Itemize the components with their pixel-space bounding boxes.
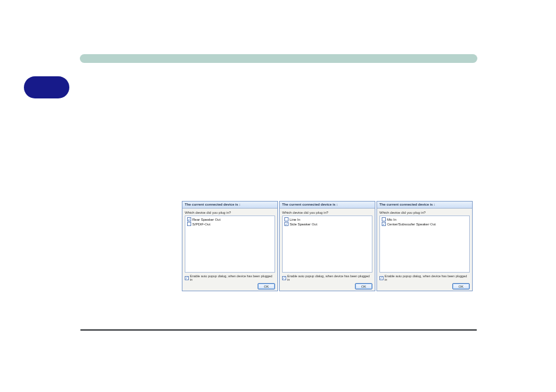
dialog-row: The current connected device is : Which … xyxy=(182,201,473,291)
list-item-label: Center/Subwoofer Speaker Out xyxy=(387,223,436,226)
device-dialog: The current connected device is : Which … xyxy=(279,201,375,291)
dialog-title: The current connected device is : xyxy=(182,202,277,209)
button-row: OK xyxy=(379,283,470,289)
list-item[interactable]: Mic In xyxy=(382,217,467,221)
checkbox-icon[interactable] xyxy=(187,217,191,221)
dialog-body: Which device did you plug in? Line In Si… xyxy=(280,209,375,291)
device-dialog: The current connected device is : Which … xyxy=(182,201,278,291)
checkbox-icon[interactable] xyxy=(379,276,383,280)
checkbox-icon[interactable] xyxy=(284,222,288,226)
dialog-question: Which device did you plug in? xyxy=(282,211,372,214)
enable-popup-checkbox[interactable]: Enable auto popup dialog, when device ha… xyxy=(379,274,470,281)
dialog-body: Which device did you plug in? Rear Speak… xyxy=(182,209,277,291)
enable-popup-label: Enable auto popup dialog, when device ha… xyxy=(287,274,372,281)
device-dialog: The current connected device is : Which … xyxy=(376,201,473,291)
checkbox-icon[interactable] xyxy=(284,217,288,221)
enable-popup-label: Enable auto popup dialog, when device ha… xyxy=(385,274,470,281)
checkbox-icon[interactable] xyxy=(185,276,189,280)
enable-popup-label: Enable auto popup dialog, when device ha… xyxy=(190,274,275,281)
footer-rule xyxy=(80,329,477,331)
device-listbox[interactable]: Mic In Center/Subwoofer Speaker Out xyxy=(379,216,470,273)
dialog-body: Which device did you plug in? Mic In Cen… xyxy=(377,209,472,291)
list-item[interactable]: S/PDIF-Out xyxy=(187,222,273,226)
list-item-label: Rear Speaker Out xyxy=(192,218,220,221)
button-row: OK xyxy=(185,283,275,289)
checkbox-icon[interactable] xyxy=(382,217,386,221)
checkbox-icon[interactable] xyxy=(382,222,386,226)
ok-button[interactable]: OK xyxy=(355,283,372,289)
dialog-question: Which device did you plug in? xyxy=(379,211,470,214)
ok-button[interactable]: OK xyxy=(258,283,275,289)
list-item-label: Side Speaker Out xyxy=(290,223,317,226)
dialog-title: The current connected device is : xyxy=(280,202,375,209)
list-item[interactable]: Rear Speaker Out xyxy=(187,217,273,221)
checkbox-icon[interactable] xyxy=(282,276,286,280)
button-row: OK xyxy=(282,283,372,289)
list-item-label: Line In xyxy=(290,218,300,221)
checkbox-icon[interactable] xyxy=(187,222,191,226)
dialog-title: The current connected device is : xyxy=(377,202,472,209)
list-item-label: S/PDIF-Out xyxy=(192,223,210,226)
device-listbox[interactable]: Rear Speaker Out S/PDIF-Out xyxy=(185,216,275,273)
dialog-question: Which device did you plug in? xyxy=(185,211,275,214)
side-pill xyxy=(24,76,69,98)
enable-popup-checkbox[interactable]: Enable auto popup dialog, when device ha… xyxy=(185,274,275,281)
list-item[interactable]: Line In xyxy=(284,217,370,221)
header-bar xyxy=(80,54,477,63)
enable-popup-checkbox[interactable]: Enable auto popup dialog, when device ha… xyxy=(282,274,372,281)
device-listbox[interactable]: Line In Side Speaker Out xyxy=(282,216,372,273)
list-item[interactable]: Center/Subwoofer Speaker Out xyxy=(382,222,467,226)
list-item-label: Mic In xyxy=(387,218,396,221)
ok-button[interactable]: OK xyxy=(452,283,470,289)
list-item[interactable]: Side Speaker Out xyxy=(284,222,370,226)
